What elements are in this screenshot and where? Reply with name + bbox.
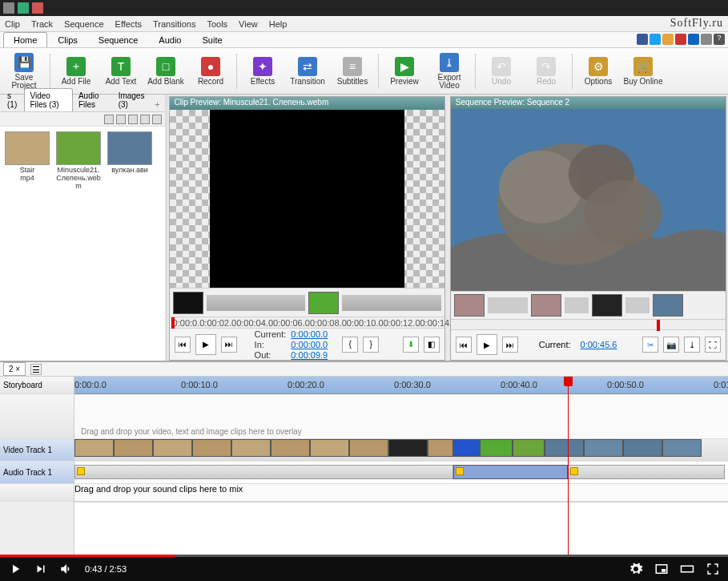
- audio-clip-3[interactable]: [568, 465, 725, 479]
- step-back-icon[interactable]: ⏮: [456, 337, 472, 353]
- help-icon[interactable]: ?: [714, 34, 725, 45]
- add-blank-button[interactable]: □Add Blank: [145, 50, 187, 92]
- seq-ruler[interactable]: [451, 319, 726, 329]
- fade-icon[interactable]: [456, 467, 464, 475]
- audio-track[interactable]: [74, 462, 728, 484]
- timeline-ruler[interactable]: 0:00:0.00:00:10.00:00:20.00:00:30.00:00:…: [74, 377, 728, 394]
- export-icon[interactable]: ⤓: [684, 337, 700, 353]
- audio-clip-1[interactable]: [74, 465, 453, 479]
- step-fwd-icon[interactable]: ⏭: [221, 337, 237, 353]
- step-back-icon[interactable]: ⏮: [175, 337, 191, 353]
- seq-strip-thumb[interactable]: [454, 294, 485, 317]
- facebook-icon[interactable]: [637, 34, 648, 45]
- overlay-icon[interactable]: ◧: [424, 337, 440, 353]
- yt-next-icon[interactable]: [34, 562, 48, 576]
- snapshot-icon[interactable]: 📷: [663, 337, 679, 353]
- add-sequence-icon[interactable]: ☰: [30, 364, 42, 375]
- menu-transitions[interactable]: Transitions: [153, 19, 195, 29]
- preview-button[interactable]: ▶Preview: [384, 50, 425, 92]
- timeline-clip[interactable]: [545, 439, 584, 457]
- bin-tab-add[interactable]: +: [151, 97, 163, 111]
- timeline-clip[interactable]: [480, 439, 513, 457]
- export-video-button[interactable]: ⤓Export Video: [428, 50, 470, 92]
- record-button[interactable]: ●Record: [190, 50, 231, 92]
- menu-effects[interactable]: Effects: [115, 19, 142, 29]
- clip-preview-body[interactable]: [170, 110, 444, 288]
- bin-item[interactable]: вулкан.ави: [107, 131, 152, 175]
- ribbon-tab-home[interactable]: Home: [3, 32, 47, 47]
- playhead-handle[interactable]: [564, 377, 573, 386]
- seq-strip-thumb[interactable]: [592, 294, 622, 317]
- ribbon-tab-suite[interactable]: Suite: [191, 32, 232, 47]
- seq-preview-body[interactable]: [451, 109, 726, 291]
- clip-strip-thumb[interactable]: [173, 292, 203, 314]
- menu-tools[interactable]: Tools: [207, 19, 227, 29]
- ribbon-tab-sequence[interactable]: Sequence: [88, 32, 149, 47]
- mark-out-icon[interactable]: }: [363, 337, 379, 353]
- yt-theater-icon[interactable]: [680, 562, 694, 576]
- timeline-clip[interactable]: [513, 439, 545, 457]
- bin-item[interactable]: Minuscule21.Слепень.webm: [56, 131, 101, 191]
- seq-ruler-marker[interactable]: [657, 320, 660, 331]
- storyboard-button[interactable]: Storyboard: [0, 377, 74, 394]
- yt-fullscreen-icon[interactable]: [706, 562, 720, 576]
- clip-strip[interactable]: [170, 288, 444, 317]
- add-file-button[interactable]: ＋Add File: [55, 50, 97, 92]
- timeline-clip[interactable]: [662, 439, 702, 457]
- split-icon[interactable]: ✂: [642, 337, 658, 353]
- audio-clip-2[interactable]: [453, 465, 568, 479]
- undo-button[interactable]: ↶Undo: [481, 50, 522, 92]
- fullscreen-icon[interactable]: ⛶: [705, 337, 721, 353]
- clip-ruler[interactable]: 0:00:0.0:00:02.00:00:04.00:00:06.00:00:0…: [170, 317, 444, 328]
- timeline-clip[interactable]: [349, 439, 388, 457]
- play-button[interactable]: ▶: [477, 334, 497, 355]
- timeline-clip[interactable]: [153, 439, 192, 457]
- bin-tool-2[interactable]: [116, 115, 126, 124]
- redo-button[interactable]: ↷Redo: [525, 50, 567, 92]
- scrub-area[interactable]: [74, 502, 728, 519]
- clip-ruler-marker[interactable]: [171, 317, 175, 329]
- fade-icon[interactable]: [77, 467, 85, 475]
- fade-icon[interactable]: [570, 467, 578, 475]
- audio-track-label[interactable]: Audio Track 1: [0, 462, 74, 484]
- seq-strip-thumb[interactable]: [531, 294, 561, 317]
- timeline-clip[interactable]: [74, 439, 114, 457]
- insert-icon[interactable]: ⬇: [403, 337, 419, 353]
- subtitles-button[interactable]: ≡Subtitles: [332, 50, 373, 92]
- bin-tab-audio[interactable]: Audio Files: [73, 88, 113, 111]
- ribbon-tab-clips[interactable]: Clips: [47, 32, 87, 47]
- share-icon[interactable]: [701, 34, 712, 45]
- timeline-clip[interactable]: [192, 439, 231, 457]
- timeline-clip[interactable]: [271, 439, 310, 457]
- linkedin-icon[interactable]: [688, 34, 699, 45]
- seq-strip[interactable]: [451, 291, 726, 318]
- timeline-clip[interactable]: [388, 439, 428, 457]
- menu-help[interactable]: Help: [269, 19, 288, 29]
- yt-play-icon[interactable]: [8, 562, 22, 576]
- current-value[interactable]: 0:00:00.0: [291, 329, 328, 339]
- playhead[interactable]: [568, 377, 569, 557]
- mark-in-icon[interactable]: {: [342, 337, 358, 353]
- timeline-clip[interactable]: [428, 439, 454, 457]
- blogger-icon[interactable]: [662, 34, 674, 45]
- transition-button[interactable]: ⇄Transition: [287, 50, 328, 92]
- tracks-area[interactable]: 0:00:0.00:00:10.00:00:20.00:00:30.00:00:…: [74, 377, 728, 557]
- add-text-button[interactable]: TAdd Text: [100, 50, 142, 92]
- bin-item[interactable]: Stairmp4: [5, 131, 50, 183]
- out-value[interactable]: 0:00:09.9: [291, 350, 328, 360]
- yt-volume-icon[interactable]: [59, 562, 74, 576]
- save-project-button[interactable]: 💾Save Project: [3, 50, 45, 92]
- bin-tool-5[interactable]: [152, 115, 162, 124]
- menu-clip[interactable]: Clip: [5, 19, 20, 29]
- menu-track[interactable]: Track: [31, 19, 53, 29]
- bin-tool-4[interactable]: [140, 115, 150, 124]
- step-fwd-icon[interactable]: ⏭: [502, 337, 518, 353]
- in-value[interactable]: 0:00:00.0: [291, 340, 328, 349]
- ribbon-tab-audio[interactable]: Audio: [148, 32, 191, 47]
- timeline-clip[interactable]: [231, 439, 271, 457]
- bin-tab-images[interactable]: Images (3): [113, 88, 152, 111]
- seq-strip-thumb[interactable]: [653, 294, 683, 317]
- timeline-clip[interactable]: [310, 439, 349, 457]
- bin-tab-0[interactable]: s (1): [2, 88, 24, 111]
- menu-view[interactable]: View: [239, 19, 258, 29]
